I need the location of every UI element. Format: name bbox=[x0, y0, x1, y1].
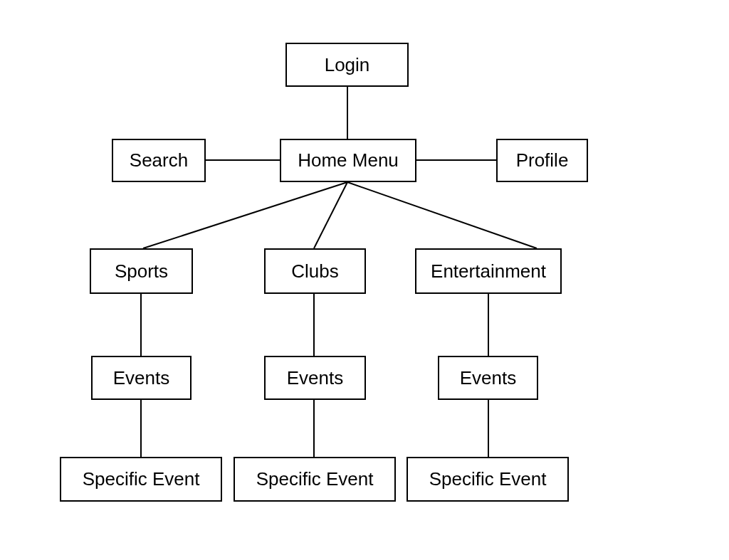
node-entertainment-label: Entertainment bbox=[431, 260, 546, 282]
node-search-label: Search bbox=[130, 149, 188, 171]
node-home-menu-label: Home Menu bbox=[298, 149, 399, 171]
node-events-entertainment: Events bbox=[438, 356, 538, 400]
sitemap-diagram: Login Search Home Menu Profile Sports Cl… bbox=[0, 0, 729, 560]
svg-line-4 bbox=[314, 182, 347, 248]
node-specific-entertainment-label: Specific Event bbox=[429, 468, 547, 490]
node-events-sports: Events bbox=[91, 356, 192, 400]
node-events-clubs-label: Events bbox=[287, 367, 344, 389]
svg-line-3 bbox=[143, 182, 347, 248]
node-entertainment: Entertainment bbox=[415, 248, 562, 294]
node-clubs-label: Clubs bbox=[291, 260, 338, 282]
node-home-menu: Home Menu bbox=[280, 139, 416, 182]
node-sports: Sports bbox=[90, 248, 193, 294]
node-login-label: Login bbox=[325, 54, 370, 76]
node-login: Login bbox=[285, 43, 409, 87]
node-search: Search bbox=[112, 139, 206, 182]
node-specific-clubs: Specific Event bbox=[234, 457, 396, 502]
svg-line-5 bbox=[347, 182, 537, 248]
node-events-sports-label: Events bbox=[113, 367, 170, 389]
node-profile-label: Profile bbox=[516, 149, 569, 171]
node-specific-clubs-label: Specific Event bbox=[256, 468, 374, 490]
node-profile: Profile bbox=[496, 139, 588, 182]
node-specific-entertainment: Specific Event bbox=[407, 457, 569, 502]
node-sports-label: Sports bbox=[115, 260, 168, 282]
node-clubs: Clubs bbox=[264, 248, 366, 294]
node-specific-sports-label: Specific Event bbox=[83, 468, 200, 490]
node-specific-sports: Specific Event bbox=[60, 457, 222, 502]
node-events-entertainment-label: Events bbox=[460, 367, 517, 389]
node-events-clubs: Events bbox=[264, 356, 366, 400]
